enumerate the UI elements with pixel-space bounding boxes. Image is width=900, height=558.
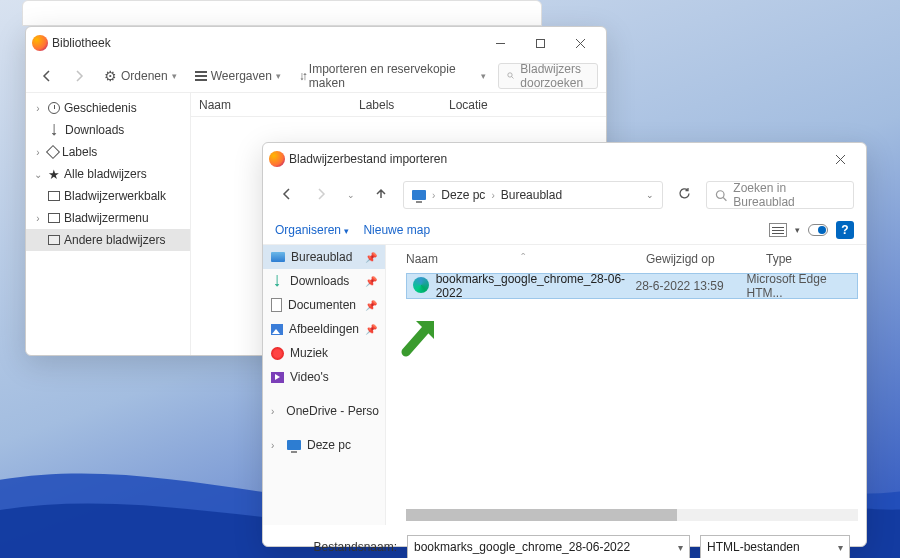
col-labels[interactable]: Labels (351, 98, 441, 112)
import-menu[interactable]: ↓↑Importeren en reservekopie maken▾ (293, 58, 492, 94)
doc-label: Documenten (288, 298, 356, 312)
labels-label: Labels (62, 145, 97, 159)
onedrive-label: OneDrive - Perso (286, 404, 379, 418)
col-modified[interactable]: Gewijzigd op (646, 252, 766, 266)
tree-this-pc[interactable]: ›Deze pc (263, 433, 385, 457)
star-icon: ★ (48, 167, 60, 182)
nav-back-button[interactable] (275, 184, 299, 207)
tree-videos[interactable]: Video's (263, 365, 385, 389)
organize-menu[interactable]: ⚙Ordenen▾ (98, 64, 183, 88)
new-folder-button[interactable]: Nieuwe map (363, 223, 430, 237)
filetype-filter[interactable]: HTML-bestanden (700, 535, 850, 558)
svg-line-5 (512, 77, 514, 79)
tree-documents[interactable]: Documenten📌 (263, 293, 385, 317)
pic-label: Afbeeldingen (289, 322, 359, 336)
col-type[interactable]: Type (766, 252, 866, 266)
refresh-button[interactable] (673, 182, 696, 208)
library-titlebar: Bibliotheek (26, 27, 606, 59)
preview-toggle[interactable] (808, 224, 828, 236)
file-modified: 28-6-2022 13:59 (636, 279, 747, 293)
tag-icon (46, 145, 60, 159)
download-icon: ⭣ (271, 273, 284, 288)
svg-line-9 (723, 197, 726, 200)
svg-point-4 (508, 73, 512, 77)
tree-downloads[interactable]: ⭣Downloads (26, 119, 190, 141)
pc-icon (412, 190, 426, 200)
nav-up-button[interactable] (369, 184, 393, 207)
annotation-arrow-icon (396, 307, 446, 357)
view-mode-button[interactable] (769, 223, 787, 237)
maximize-button[interactable] (520, 29, 560, 57)
history-label: Geschiedenis (64, 101, 137, 115)
pin-icon: 📌 (365, 300, 377, 311)
search-icon (715, 189, 727, 202)
dialog-command-toolbar: Organiseren ▾ Nieuwe map ▾ ? (263, 215, 866, 245)
downloads-label: Downloads (65, 123, 124, 137)
file-name: bookmarks_google_chrome_28-06-2022 (436, 272, 636, 300)
dialog-titlebar: Bladwijzerbestand importeren (263, 143, 866, 175)
file-dialog-window: Bladwijzerbestand importeren ⌄ › Deze pc… (262, 142, 867, 547)
library-columns: Naam Labels Locatie (191, 93, 606, 117)
organize-menu[interactable]: Organiseren ▾ (275, 223, 349, 237)
history-icon (48, 102, 60, 114)
tree-onedrive[interactable]: ›OneDrive - Perso (263, 399, 385, 423)
svg-rect-1 (536, 39, 544, 47)
folder-icon (48, 235, 60, 245)
forward-button[interactable] (66, 65, 92, 87)
breadcrumb-pc[interactable]: Deze pc (441, 188, 485, 202)
file-row[interactable]: bookmarks_google_chrome_28-06-2022 28-6-… (406, 273, 858, 299)
tree-labels[interactable]: ›Labels (26, 141, 190, 163)
tree-pictures[interactable]: Afbeeldingen📌 (263, 317, 385, 341)
dialog-search-input[interactable]: Zoeken in Bureaublad (706, 181, 854, 209)
filename-label: Bestandsnaam: (279, 540, 397, 554)
file-list: Naam ˆ Gewijzigd op Type bookmarks_googl… (386, 245, 866, 525)
toolbar-folder-label: Bladwijzerwerkbalk (64, 189, 166, 203)
background-window (22, 0, 542, 26)
dialog-title: Bladwijzerbestand importeren (289, 152, 447, 166)
firefox-icon (32, 35, 48, 51)
tree-desktop[interactable]: Bureaublad📌 (263, 245, 385, 269)
tree-music[interactable]: Muziek (263, 341, 385, 365)
col-name[interactable]: Naam ˆ (406, 252, 646, 266)
dialog-search-placeholder: Zoeken in Bureaublad (733, 181, 845, 209)
close-button[interactable] (560, 29, 600, 57)
scrollbar-thumb[interactable] (406, 509, 677, 521)
pin-icon: 📌 (365, 324, 377, 335)
library-title: Bibliotheek (52, 36, 111, 50)
breadcrumb[interactable]: › Deze pc › Bureaublad ⌄ (403, 181, 663, 209)
nav-forward-button[interactable] (309, 184, 333, 207)
document-icon (271, 298, 282, 312)
minimize-button[interactable] (480, 29, 520, 57)
col-location[interactable]: Locatie (441, 98, 561, 112)
pictures-icon (271, 324, 283, 335)
breadcrumb-desktop[interactable]: Bureaublad (501, 188, 562, 202)
close-button[interactable] (820, 145, 860, 173)
firefox-icon (269, 151, 285, 167)
pin-icon: 📌 (365, 252, 377, 263)
search-placeholder: Bladwijzers doorzoeken (520, 62, 589, 90)
tree-bookmark-toolbar[interactable]: Bladwijzerwerkbalk (26, 185, 190, 207)
tree-all-bookmarks[interactable]: ⌄★Alle bladwijzers (26, 163, 190, 185)
nav-recent-button[interactable]: ⌄ (343, 188, 359, 202)
import-label: Importeren en reservekopie maken (309, 62, 477, 90)
folder-icon (48, 191, 60, 201)
tree-other-bookmarks[interactable]: Andere bladwijzers (26, 229, 190, 251)
filename-input[interactable]: bookmarks_google_chrome_28-06-2022 (407, 535, 690, 558)
horizontal-scrollbar[interactable] (406, 509, 858, 521)
help-button[interactable]: ? (836, 221, 854, 239)
search-input[interactable]: Bladwijzers doorzoeken (498, 63, 598, 89)
folder-icon (48, 213, 60, 223)
views-menu[interactable]: Weergaven▾ (189, 65, 287, 87)
vid-label: Video's (290, 370, 329, 384)
tree-history[interactable]: ›Geschiedenis (26, 97, 190, 119)
file-columns: Naam ˆ Gewijzigd op Type (386, 245, 866, 273)
col-name[interactable]: Naam (191, 98, 351, 112)
tree-downloads[interactable]: ⭣Downloads📌 (263, 269, 385, 293)
dialog-nav-toolbar: ⌄ › Deze pc › Bureaublad ⌄ Zoeken in Bur… (263, 175, 866, 215)
gear-icon: ⚙ (104, 68, 117, 84)
all-bookmarks-label: Alle bladwijzers (64, 167, 147, 181)
tree-bookmark-menu[interactable]: ›Bladwijzermenu (26, 207, 190, 229)
file-type: Microsoft Edge HTM... (747, 272, 857, 300)
organize-label: Organiseren (275, 223, 341, 237)
back-button[interactable] (34, 65, 60, 87)
